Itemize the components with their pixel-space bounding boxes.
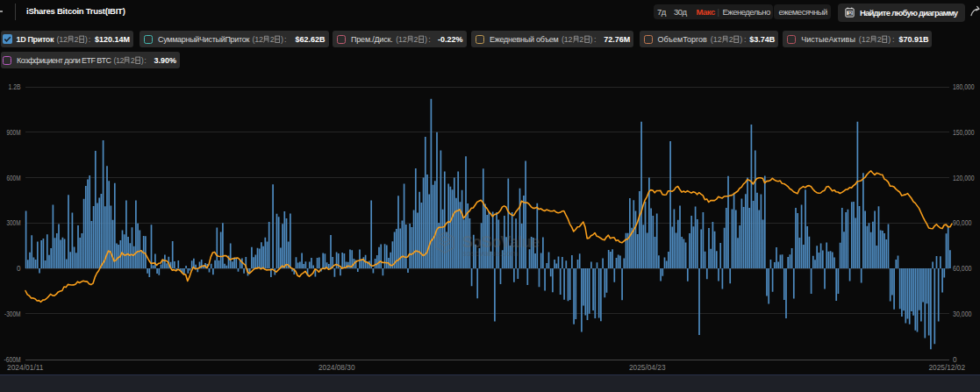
svg-text:2024/01/11: 2024/01/11 (7, 363, 44, 372)
svg-text:0: 0 (17, 264, 21, 273)
svg-text:900M: 900M (7, 128, 21, 137)
svg-text:30,000: 30,000 (953, 310, 972, 318)
svg-text:60,000: 60,000 (953, 264, 972, 273)
svg-text:180,000: 180,000 (953, 82, 975, 91)
svg-text:2025/04/23: 2025/04/23 (629, 363, 666, 372)
svg-text:120,000: 120,000 (953, 174, 975, 182)
svg-text:150,000: 150,000 (953, 128, 975, 137)
svg-text:2025/12/02: 2025/12/02 (929, 363, 966, 372)
svg-text:1.2B: 1.2B (9, 82, 21, 91)
svg-text:300M: 300M (7, 218, 21, 227)
svg-text:-300M: -300M (4, 310, 21, 318)
svg-text:600M: 600M (7, 174, 21, 182)
svg-text:sosovalue.com: sosovalue.com (462, 248, 518, 258)
svg-text:2024/08/30: 2024/08/30 (318, 363, 355, 372)
svg-text:90,000: 90,000 (953, 218, 972, 227)
